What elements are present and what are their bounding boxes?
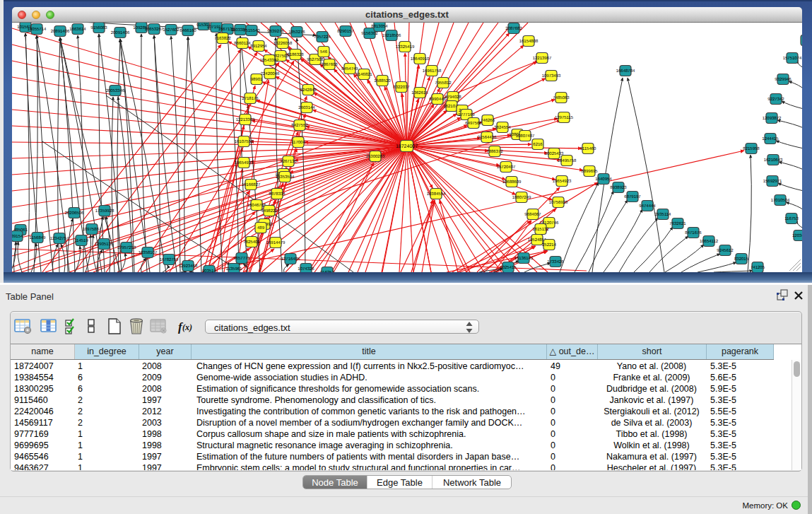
svg-text:114519: 114519 [74,238,88,243]
svg-text:120345: 120345 [792,233,802,238]
svg-text:7632621: 7632621 [669,221,686,226]
svg-text:116753: 116753 [784,216,799,221]
svg-text:15136141: 15136141 [514,256,534,261]
svg-text:9639276: 9639276 [267,29,284,34]
svg-text:10807487: 10807487 [516,134,535,139]
svg-text:8322037: 8322037 [393,85,410,90]
svg-text:832015: 832015 [734,257,749,262]
svg-text:9115460: 9115460 [580,146,597,151]
svg-text:22420046: 22420046 [261,71,280,76]
svg-text:1588520: 1588520 [374,78,391,83]
svg-text:9227342: 9227342 [767,97,784,102]
svg-text:39154: 39154 [12,234,23,239]
svg-text:1362615: 1362615 [411,90,428,95]
svg-text:9657771: 9657771 [233,256,250,261]
svg-text:6899695: 6899695 [581,169,598,174]
svg-text:10654112: 10654112 [700,239,719,244]
svg-text:12213967: 12213967 [533,56,552,61]
svg-text:8215958: 8215958 [743,146,760,151]
svg-text:19654933: 19654933 [235,160,254,165]
svg-text:9527508: 9527508 [307,57,324,62]
svg-text:8938923: 8938923 [610,185,627,190]
svg-text:2087682: 2087682 [505,26,522,31]
svg-text:13325419: 13325419 [396,45,415,49]
svg-text:98901: 98901 [251,77,263,82]
svg-text:7485063: 7485063 [553,95,570,100]
svg-text:10756928: 10756928 [549,200,568,205]
svg-text:117004: 117004 [291,140,305,145]
svg-text:2935114: 2935114 [655,212,672,217]
svg-text:14055714: 14055714 [28,27,47,32]
svg-text:1025415: 1025415 [500,265,517,270]
svg-text:9474444: 9474444 [639,204,656,209]
svg-text:2603144: 2603144 [298,105,315,110]
svg-text:10543382: 10543382 [260,58,279,63]
svg-text:17010504: 17010504 [771,198,790,203]
svg-text:16648784: 16648784 [616,69,635,74]
svg-text:10688609: 10688609 [502,180,522,185]
svg-text:8290157: 8290157 [337,29,354,34]
svg-text:1615132: 1615132 [532,227,549,232]
svg-text:12213369: 12213369 [236,117,255,122]
svg-text:1135961: 1135961 [226,267,243,271]
svg-text:9777169: 9777169 [458,112,475,117]
svg-text:10653267: 10653267 [145,27,164,32]
svg-text:6879197: 6879197 [624,194,641,199]
svg-text:7886372: 7886372 [486,149,503,154]
svg-text:2867608: 2867608 [321,62,338,67]
svg-text:9245612: 9245612 [717,248,734,253]
svg-text:741205: 741205 [751,265,765,270]
svg-text:7955812: 7955812 [435,81,452,86]
svg-text:13716485: 13716485 [281,257,300,262]
svg-text:15692971: 15692971 [763,179,782,184]
svg-text:8813054: 8813054 [371,24,388,29]
svg-text:16961758: 16961758 [423,69,442,74]
svg-text:6990448: 6990448 [429,97,446,102]
svg-text:9146821: 9146821 [355,72,372,77]
svg-text:19384554: 19384554 [427,192,446,197]
svg-text:1156849: 1156849 [30,235,47,240]
svg-text:15720407: 15720407 [497,165,516,170]
svg-text:8186328: 8186328 [287,52,304,57]
svg-text:746266: 746266 [481,118,495,123]
svg-text:8471676: 8471676 [685,230,702,235]
svg-text:8912954: 8912954 [250,44,267,49]
svg-text:16914479: 16914479 [266,240,286,245]
svg-text:15353594: 15353594 [276,175,295,180]
svg-text:12975115: 12975115 [555,115,574,120]
svg-text:19218506: 19218506 [382,33,401,38]
svg-text:21564436: 21564436 [478,135,497,140]
svg-text:7515540: 7515540 [243,28,260,33]
svg-text:8878334: 8878334 [269,192,286,197]
svg-text:16782759: 16782759 [160,257,179,262]
svg-text:3624554: 3624554 [494,125,511,130]
svg-text:12093872: 12093872 [763,116,782,121]
svg-text:8454749: 8454749 [341,66,358,71]
svg-text:10358107: 10358107 [139,250,158,255]
svg-text:15751074: 15751074 [783,56,802,61]
svg-text:1733426: 1733426 [547,259,564,264]
svg-text:9329946: 9329946 [775,77,792,82]
svg-text:20091406: 20091406 [111,30,130,35]
svg-text:13226058: 13226058 [273,41,293,46]
svg-text:16107553: 16107553 [235,139,254,144]
svg-text:4498222: 4498222 [261,209,278,214]
svg-text:20891406: 20891406 [51,29,70,34]
svg-text:20053346: 20053346 [106,88,125,93]
svg-text:19654923: 19654923 [553,179,572,184]
svg-text:9156083: 9156083 [90,25,107,30]
svg-text:1244415: 1244415 [762,136,779,141]
svg-text:9684067: 9684067 [524,212,541,217]
svg-text:10025433: 10025433 [545,151,564,156]
svg-text:18807249: 18807249 [512,195,531,200]
svg-text:6466160: 6466160 [180,28,196,33]
svg-text:2718176: 2718176 [242,96,259,101]
svg-text:16154808: 16154808 [519,39,539,44]
svg-text:20206506: 20206506 [65,211,84,216]
svg-text:3267130: 3267130 [280,159,297,164]
svg-text:19166827: 19166827 [242,182,261,187]
svg-text:8427552: 8427552 [291,123,308,128]
svg-text:12905135: 12905135 [95,242,114,247]
svg-text:1853276: 1853276 [288,30,305,35]
svg-text:252214: 252214 [542,243,557,247]
